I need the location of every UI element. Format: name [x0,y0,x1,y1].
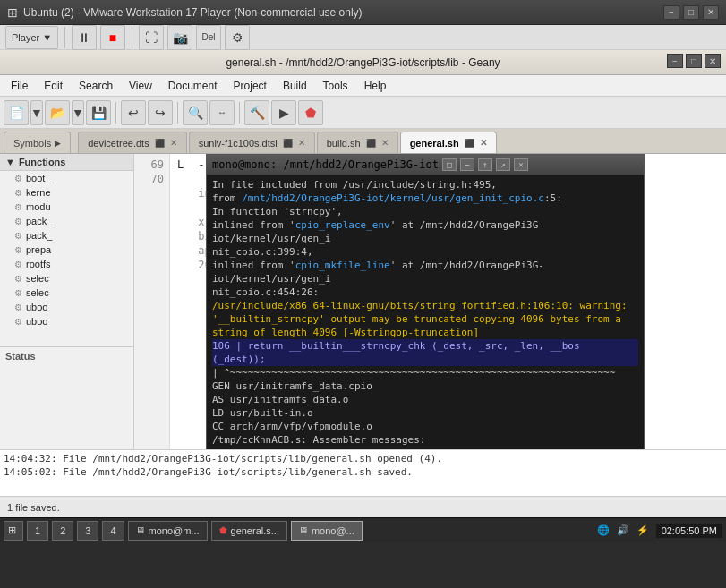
sidebar-item-4[interactable]: ⚙ pack_ [0,228,133,243]
taskbar-general[interactable]: ⬟ general.s... [211,521,287,541]
menu-tools[interactable]: Tools [316,78,355,94]
new-btn[interactable]: 📄 [4,100,29,125]
undo-btn[interactable]: ↩ [121,100,146,125]
window-controls: − □ ✕ [663,5,719,20]
func-icon-6: ⚙ [14,260,22,269]
tab-devicetree[interactable]: devicetree.dts ⬛ ✕ [78,132,186,153]
menu-project[interactable]: Project [226,78,274,94]
tab-devicetree-close[interactable]: ✕ [170,138,177,148]
symbols-label: Symbols [13,138,51,149]
taskbar-mono1[interactable]: 🖥 mono@m... [128,521,208,541]
stop-btn[interactable]: ■ [100,25,125,50]
close-btn[interactable]: ✕ [703,5,719,20]
general-icon: ⬟ [219,525,227,535]
tab-general-close[interactable]: ✕ [480,138,487,148]
tab-build[interactable]: build.sh ⬛ ✕ [317,132,398,153]
term-warning-line: /usr/include/x86_64-linux-gnu/bits/strin… [212,299,638,339]
taskbar-num-4[interactable]: 4 [102,521,124,541]
terminal-titlebar: mono@mono: /mnt/hdd2/OrangePi3G-iot □ − … [207,155,644,175]
term-up-btn[interactable]: ↑ [478,158,492,171]
player-dropdown[interactable]: Player ▼ [5,26,58,49]
func-icon-4: ⚙ [14,231,22,241]
geany-menubar: File Edit Search View Document Project B… [0,75,726,97]
sidebar-item-10[interactable]: ⚙ uboo [0,314,133,328]
sidebar-item-5[interactable]: ⚙ prepa [0,243,133,257]
func-icon-10: ⚙ [14,317,22,327]
term-restore-btn[interactable]: □ [442,158,457,171]
taskbar-num-2[interactable]: 2 [52,521,73,541]
search-nav-btn[interactable]: 🔍 [183,100,208,125]
taskbar-num-3[interactable]: 3 [77,521,98,541]
tab-build-close[interactable]: ✕ [381,138,389,148]
save-btn[interactable]: 💾 [86,100,111,125]
geany-logo-btn[interactable]: ⬟ [298,100,323,125]
ctrl-alt-del-btn[interactable]: Del [196,25,221,50]
term-close-btn[interactable]: ✕ [514,158,528,171]
code-editor[interactable]: 69 70 L --msgbox "This scripts requ inst… [134,154,726,449]
run-btn[interactable]: ▶ [271,100,296,125]
sidebar-item-label-6: rootfs [26,259,51,269]
geany-title: general.sh - /mnt/hdd2/OrangePi3G-iot/sc… [36,56,690,69]
open-btn[interactable]: 📂 [45,100,70,125]
sidebar-item-3[interactable]: ⚙ pack_ [0,214,133,228]
vmware-titlebar: ⊞ Ubuntu (2) - VMware Workstation 17 Pla… [0,0,726,25]
replace-btn[interactable]: ↔ [209,100,235,125]
vmware-toolbar: Player ▼ ⏸ ■ ⛶ 📷 Del ⚙ [0,25,726,50]
maximize-btn[interactable]: □ [683,5,699,20]
func-icon-9: ⚙ [14,303,22,312]
taskbar-num-3-label: 3 [85,525,90,536]
geany-min-btn[interactable]: − [667,54,683,68]
battery-icon: ⚡ [636,524,649,536]
term-line-5: inlined from 'cpio_mkfile_line' at /mnt/… [212,259,638,285]
compile-btn[interactable]: 🔨 [244,100,269,125]
sidebar-item-7[interactable]: ⚙ selec [0,271,133,285]
tab-suniv[interactable]: suniv-f1c100s.dtsi ⬛ ✕ [189,132,315,153]
menu-build[interactable]: Build [276,78,314,94]
menu-edit[interactable]: Edit [37,78,70,94]
term-line-11: AS usr/initramfs_data.o [212,393,638,406]
new-arrow[interactable]: ▼ [30,100,43,125]
taskbar-num-1-label: 1 [35,525,40,536]
sidebar-item-9[interactable]: ⚙ uboo [0,300,133,314]
func-icon-0: ⚙ [14,174,22,183]
sidebar-item-1[interactable]: ⚙ kerne [0,185,133,200]
geany-max-btn[interactable]: □ [686,54,702,68]
menu-document[interactable]: Document [161,78,225,94]
snapshot-btn[interactable]: 📷 [167,25,192,50]
sidebar-functions-header[interactable]: ▼ Functions [0,154,133,171]
tab-general-label: general.sh [410,138,459,149]
terminal-content[interactable]: In file included from /usr/include/strin… [207,175,644,449]
menu-file[interactable]: File [4,78,35,94]
geany-close-btn[interactable]: ✕ [705,54,721,68]
symbols-tab[interactable]: Symbols ▶ [4,132,71,153]
taskbar-mono2[interactable]: 🖥 mono@... [291,521,363,541]
player-label: Player [12,32,39,43]
func-icon-8: ⚙ [14,288,22,298]
sidebar-item-0[interactable]: ⚙ boot_ [0,171,133,185]
menu-help[interactable]: Help [357,78,394,94]
redo-btn[interactable]: ↪ [148,100,173,125]
menu-search[interactable]: Search [72,78,120,94]
term-line-0: In file included from /usr/include/strin… [212,178,638,192]
code-lines[interactable]: L [170,154,191,449]
tab-suniv-close[interactable]: ✕ [298,138,305,148]
message-line-1: 14:05:02: File /mnt/hdd2/OrangePi3G-iot/… [4,465,722,479]
sidebar-item-6[interactable]: ⚙ rootfs [0,257,133,271]
term-min-btn[interactable]: − [460,158,474,171]
menu-view[interactable]: View [122,78,159,94]
taskbar-num-1[interactable]: 1 [27,521,48,541]
term-line-3: inlined from 'cpio_replace_env' at /mnt/… [212,218,638,245]
geany-titlebar: general.sh - /mnt/hdd2/OrangePi3G-iot/sc… [0,50,726,75]
taskbar-app-icon[interactable]: ⊞ [4,521,23,541]
line-numbers: 69 70 [134,154,170,449]
term-detach-btn[interactable]: ↗ [496,158,510,171]
fullscreen-btn[interactable]: ⛶ [139,25,164,50]
minimize-btn[interactable]: − [663,5,679,20]
sidebar-item-label-2: modu [26,201,51,212]
tab-general[interactable]: general.sh ⬛ ✕ [400,132,497,153]
pause-btn[interactable]: ⏸ [72,25,97,50]
settings-btn[interactable]: ⚙ [225,25,250,50]
sidebar-item-8[interactable]: ⚙ selec [0,285,133,300]
sidebar-item-2[interactable]: ⚙ modu [0,200,133,214]
open-arrow[interactable]: ▼ [72,100,84,125]
